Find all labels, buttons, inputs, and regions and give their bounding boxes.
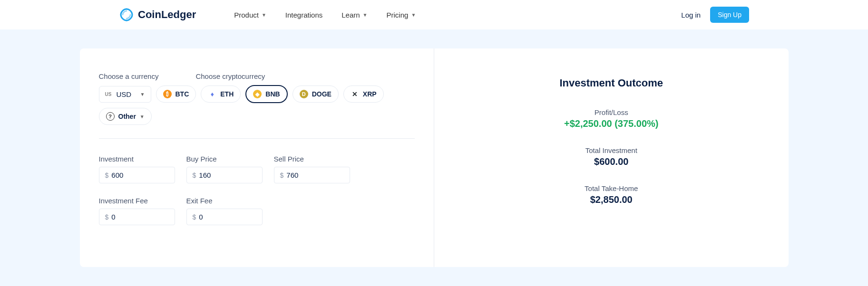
main-header: CoinLedger Product ▼ Integrations Learn … xyxy=(0,0,868,29)
dollar-icon: $ xyxy=(193,172,196,179)
chevron-down-icon: ▼ xyxy=(411,12,416,18)
outcome-panel: Investment Outcome Profit/Loss +$2,250.0… xyxy=(434,48,789,267)
crypto-pill-eth[interactable]: ♦ ETH xyxy=(201,86,241,103)
sell-price-group: Sell Price $ xyxy=(274,155,350,183)
investment-group: Investment $ xyxy=(99,155,175,183)
currency-select[interactable]: US USD ▼ xyxy=(99,86,151,103)
buy-price-input-box[interactable]: $ xyxy=(186,167,263,183)
sell-price-input[interactable] xyxy=(286,171,343,179)
nav-pricing[interactable]: Pricing ▼ xyxy=(387,11,416,19)
dollar-icon: $ xyxy=(280,172,284,179)
us-flag-icon: US xyxy=(105,92,112,97)
btc-icon: ₿ xyxy=(163,90,172,98)
main-content: Choose a currency Choose cryptocurrecy U… xyxy=(0,29,868,286)
main-nav: Product ▼ Integrations Learn ▼ Pricing ▼ xyxy=(234,11,416,19)
chevron-down-icon: ▼ xyxy=(140,92,145,97)
buy-price-label: Buy Price xyxy=(186,155,263,163)
total-investment-block: Total Investment $600.00 xyxy=(585,146,637,167)
bnb-icon: ◆ xyxy=(253,90,262,98)
brand-name: CoinLedger xyxy=(138,9,196,21)
logo-icon xyxy=(119,7,134,22)
xrp-icon: ✕ xyxy=(351,90,359,98)
signup-button[interactable]: Sign Up xyxy=(710,7,749,23)
nav-integrations[interactable]: Integrations xyxy=(285,11,322,19)
nav-learn[interactable]: Learn ▼ xyxy=(341,11,367,19)
investment-fee-input-box[interactable]: $ xyxy=(99,209,175,225)
investment-input[interactable] xyxy=(111,171,168,179)
exit-fee-group: Exit Fee $ xyxy=(186,197,263,225)
currency-code: USD xyxy=(116,90,131,98)
take-home-value: $2,850.00 xyxy=(585,194,638,205)
exit-fee-input-box[interactable]: $ xyxy=(186,209,263,225)
chevron-down-icon: ▼ xyxy=(140,114,145,119)
take-home-label: Total Take-Home xyxy=(585,184,638,192)
investment-fee-group: Investment Fee $ xyxy=(99,197,175,225)
crypto-label: Choose cryptocurrecy xyxy=(195,72,265,80)
crypto-pill-other[interactable]: ? Other ▼ xyxy=(99,108,152,125)
sell-price-input-box[interactable]: $ xyxy=(274,167,350,183)
chevron-down-icon: ▼ xyxy=(363,12,368,18)
profit-loss-block: Profit/Loss +$2,250.00 (375.00%) xyxy=(564,108,659,129)
currency-label: Choose a currency xyxy=(99,72,159,80)
investment-fee-input[interactable] xyxy=(111,213,168,221)
dollar-icon: $ xyxy=(105,172,109,179)
exit-fee-label: Exit Fee xyxy=(186,197,263,205)
crypto-pill-doge[interactable]: D DOGE xyxy=(293,86,339,103)
crypto-pill-bnb[interactable]: ◆ BNB xyxy=(245,85,287,103)
brand-logo[interactable]: CoinLedger xyxy=(119,7,196,22)
chevron-down-icon: ▼ xyxy=(262,12,266,18)
login-link[interactable]: Log in xyxy=(681,11,701,19)
header-actions: Log in Sign Up xyxy=(681,7,749,23)
profit-loss-label: Profit/Loss xyxy=(564,108,659,116)
nav-product[interactable]: Product ▼ xyxy=(234,11,266,19)
crypto-pill-btc[interactable]: ₿ BTC xyxy=(156,86,196,103)
crypto-pill-xrp[interactable]: ✕ XRP xyxy=(343,86,384,103)
buy-price-group: Buy Price $ xyxy=(186,155,263,183)
investment-label: Investment xyxy=(99,155,175,163)
sell-price-label: Sell Price xyxy=(274,155,350,163)
buy-price-input[interactable] xyxy=(199,171,256,179)
dollar-icon: $ xyxy=(105,213,109,221)
investment-fee-label: Investment Fee xyxy=(99,197,175,205)
eth-icon: ♦ xyxy=(208,90,216,98)
calculator-inputs-panel: Choose a currency Choose cryptocurrecy U… xyxy=(80,48,435,267)
doge-icon: D xyxy=(300,90,308,98)
dollar-icon: $ xyxy=(193,213,196,221)
total-investment-value: $600.00 xyxy=(585,156,637,167)
divider xyxy=(99,138,415,139)
take-home-block: Total Take-Home $2,850.00 xyxy=(585,184,638,205)
outcome-title: Investment Outcome xyxy=(559,77,663,89)
question-icon: ? xyxy=(106,112,115,121)
exit-fee-input[interactable] xyxy=(199,213,256,221)
calculator-card: Choose a currency Choose cryptocurrecy U… xyxy=(80,48,789,267)
profit-loss-value: +$2,250.00 (375.00%) xyxy=(564,118,659,129)
investment-input-box[interactable]: $ xyxy=(99,167,175,183)
total-investment-label: Total Investment xyxy=(585,146,637,154)
